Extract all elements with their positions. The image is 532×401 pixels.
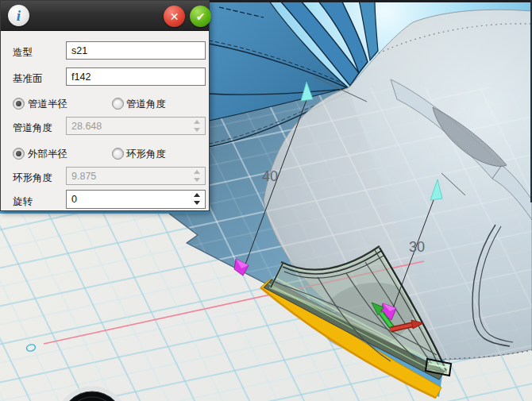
cancel-button[interactable]: ✕ bbox=[164, 6, 185, 27]
ring-angle-spinner bbox=[194, 169, 202, 183]
datum-label: 基准面 bbox=[13, 72, 43, 86]
pipe-angle-input bbox=[66, 117, 206, 135]
ring-angle-label: 环形角度 bbox=[13, 172, 52, 185]
pipe-angle-label: 管道角度 bbox=[13, 121, 52, 135]
radio-ring-angle[interactable] bbox=[112, 148, 124, 160]
rotation-input[interactable] bbox=[66, 190, 206, 209]
pipe-angle-spinner bbox=[194, 119, 202, 133]
shape-field-wrap bbox=[66, 41, 206, 60]
datum-field-wrap bbox=[66, 67, 206, 86]
dimension-30-label: 30 bbox=[409, 239, 425, 255]
rotation-label: 旋转 bbox=[13, 195, 33, 209]
radio-pipe-radius[interactable] bbox=[13, 98, 25, 110]
shape-input[interactable] bbox=[66, 41, 206, 60]
rotation-field-wrap bbox=[66, 190, 206, 209]
application-window: 40 30 i ✕ ✔ 造型 bbox=[0, 0, 532, 401]
rotation-spinner[interactable] bbox=[194, 192, 202, 206]
radio-pipe-radius-label: 管道半径 bbox=[28, 98, 67, 111]
dimension-40-label: 40 bbox=[262, 168, 278, 184]
confirm-button[interactable]: ✔ bbox=[190, 6, 211, 27]
radio-pipe-angle[interactable] bbox=[112, 98, 124, 110]
radio-outer-radius-label: 外部半径 bbox=[28, 148, 67, 161]
radio-outer-radius[interactable] bbox=[13, 148, 25, 160]
pipe-angle-field-wrap bbox=[66, 117, 206, 135]
parameter-dialog: i ✕ ✔ 造型 基准面 管道半径 管道角度 管道角度 外部半径 环形角度 环形… bbox=[0, 0, 210, 211]
radio-ring-angle-label: 环形角度 bbox=[126, 148, 166, 161]
dialog-titlebar: i ✕ ✔ bbox=[1, 1, 209, 31]
datum-input[interactable] bbox=[66, 67, 206, 86]
viewport-top-edge bbox=[209, 0, 532, 2]
info-icon: i bbox=[8, 5, 29, 26]
radio-pipe-angle-label: 管道角度 bbox=[126, 98, 166, 111]
shape-label: 造型 bbox=[13, 46, 33, 60]
ring-angle-field-wrap bbox=[66, 167, 206, 185]
ring-angle-input bbox=[66, 167, 206, 185]
